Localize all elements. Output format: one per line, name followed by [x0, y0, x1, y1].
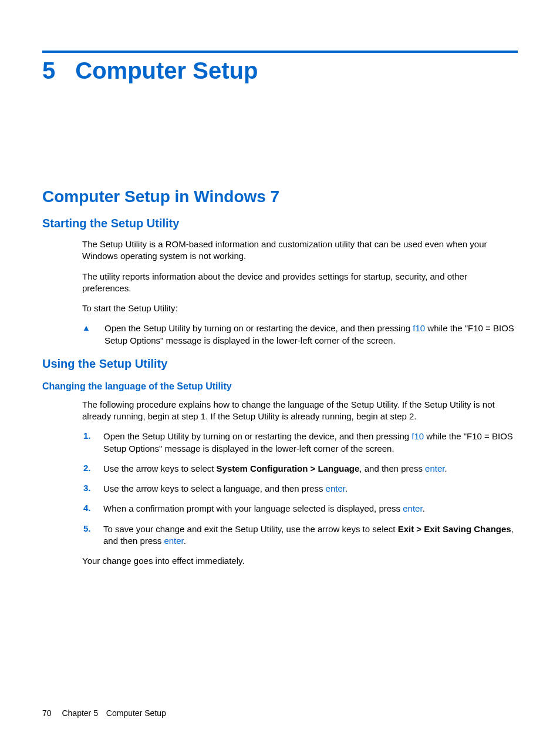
step-4: 4. When a confirmation prompt with your … [83, 503, 518, 515]
menu-path: Exit > Exit Saving Changes [398, 524, 511, 534]
triangle-icon: ▲ [82, 322, 104, 334]
text: . [184, 536, 186, 546]
page-number: 70 [42, 708, 52, 718]
paragraph: Your change goes into effect immediately… [82, 555, 518, 567]
menu-path: System Configuration > Language [217, 463, 360, 473]
step-1: 1. Open the Setup Utility by turning on … [83, 431, 518, 455]
text: To save your change and exit the Setup U… [103, 524, 398, 534]
step-text: When a confirmation prompt with your lan… [103, 503, 518, 515]
step-number: 2. [83, 463, 103, 473]
key-enter: enter [164, 536, 183, 546]
text: . [423, 503, 425, 513]
text: Open the Setup Utility by turning on or … [103, 431, 411, 441]
body-block: The Setup Utility is a ROM-based informa… [82, 238, 518, 314]
body-block: Your change goes into effect immediately… [82, 555, 518, 567]
page-footer: 70 Chapter 5 Computer Setup [42, 708, 166, 718]
step-text: Use the arrow keys to select a language,… [103, 483, 518, 495]
paragraph: The Setup Utility is a ROM-based informa… [82, 238, 518, 263]
subsubsection-changing-language: Changing the language of the Setup Utili… [42, 381, 518, 392]
paragraph: The following procedure explains how to … [82, 399, 518, 423]
step-number: 3. [83, 483, 103, 493]
subsection-using: Using the Setup Utility [42, 357, 518, 371]
bullet-text: Open the Setup Utility by turning on or … [104, 322, 518, 347]
header-rule [42, 51, 518, 53]
step-number: 1. [83, 431, 103, 441]
step-2: 2. Use the arrow keys to select System C… [83, 463, 518, 475]
paragraph: To start the Setup Utility: [82, 303, 518, 314]
section-heading: Computer Setup in Windows 7 [42, 187, 518, 206]
key-enter: enter [326, 483, 345, 493]
key-f10: f10 [411, 431, 424, 441]
text: Use the arrow keys to select a language,… [103, 483, 326, 493]
text: . [345, 483, 348, 493]
step-text: Use the arrow keys to select System Conf… [103, 463, 518, 475]
chapter-heading: 5 Computer Setup [42, 58, 518, 84]
step-text: To save your change and exit the Setup U… [103, 523, 518, 547]
step-text: Open the Setup Utility by turning on or … [103, 431, 518, 455]
text: When a confirmation prompt with your lan… [103, 503, 403, 513]
key-enter: enter [403, 503, 422, 513]
chapter-title: Computer Setup [75, 58, 258, 84]
text: , and then press [359, 463, 425, 473]
paragraph: The utility reports information about th… [82, 271, 518, 295]
body-block: The following procedure explains how to … [82, 399, 518, 423]
step-number: 5. [83, 523, 103, 533]
bullet-item: ▲ Open the Setup Utility by turning on o… [82, 322, 518, 347]
step-number: 4. [83, 503, 103, 513]
key-f10: f10 [413, 323, 425, 333]
footer-chapter-label: Chapter 5 [62, 708, 97, 718]
text: . [444, 463, 447, 473]
step-5: 5. To save your change and exit the Setu… [83, 523, 518, 547]
step-3: 3. Use the arrow keys to select a langua… [83, 483, 518, 495]
subsection-starting: Starting the Setup Utility [42, 217, 518, 230]
document-page: 5 Computer Setup Computer Setup in Windo… [0, 0, 560, 746]
footer-chapter-title: Computer Setup [106, 708, 166, 718]
text: Use the arrow keys to select [103, 463, 217, 473]
text: Open the Setup Utility by turning on or … [104, 323, 413, 333]
key-enter: enter [425, 463, 444, 473]
chapter-number: 5 [42, 58, 55, 84]
